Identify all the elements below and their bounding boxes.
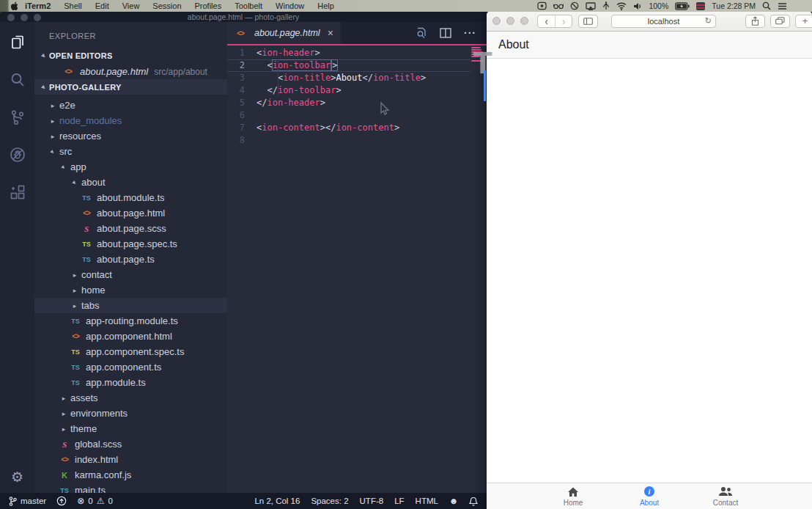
do-not-disturb-icon[interactable] xyxy=(570,1,579,10)
share-button[interactable] xyxy=(745,15,765,28)
notification-center-icon[interactable] xyxy=(778,2,787,10)
open-editors-section[interactable]: ▸ OPEN EDITORS xyxy=(34,48,227,64)
app-tab-home[interactable]: Home xyxy=(535,483,611,509)
tree-item-assets[interactable]: ▸assets xyxy=(34,390,227,406)
usb-dongle-icon[interactable] xyxy=(602,1,610,10)
language-mode[interactable]: HTML xyxy=(416,497,438,505)
glasses-icon[interactable] xyxy=(553,2,564,10)
address-bar[interactable]: localhost ↻ xyxy=(611,15,716,28)
input-source-flag-icon[interactable] xyxy=(696,2,705,10)
tree-item-index.html[interactable]: <>index.html xyxy=(34,452,227,467)
menu-window[interactable]: Window xyxy=(269,0,311,12)
code-line-6[interactable]: 6 xyxy=(227,109,487,122)
debug-icon[interactable] xyxy=(9,146,26,164)
tree-item-home[interactable]: ▸home xyxy=(34,282,227,298)
encoding[interactable]: UTF-8 xyxy=(360,497,384,505)
code-line-8[interactable]: 8 xyxy=(227,134,487,147)
screen-record-icon[interactable] xyxy=(537,1,547,10)
tree-item-about[interactable]: ▸about xyxy=(34,175,227,190)
menu-edit[interactable]: Edit xyxy=(89,0,116,12)
feedback-smiley-icon[interactable]: ☻ xyxy=(449,497,458,505)
cursor-position[interactable]: Ln 2, Col 16 xyxy=(254,497,300,505)
tree-item-src[interactable]: ▸src xyxy=(34,144,227,159)
menu-iterm2[interactable]: iTerm2 xyxy=(18,0,57,12)
zoom-window-button[interactable] xyxy=(520,17,528,25)
menu-help[interactable]: Help xyxy=(311,0,341,12)
tree-item-app.component.html[interactable]: <>app.component.html xyxy=(34,329,227,344)
tree-item-about.module.ts[interactable]: TSabout.module.ts xyxy=(34,190,227,205)
tree-item-contact[interactable]: ▸contact xyxy=(34,267,227,282)
tree-item-global.scss[interactable]: Sglobal.scss xyxy=(34,436,227,452)
menu-shell[interactable]: Shell xyxy=(57,0,88,12)
code-line-5[interactable]: 5</ion-header> xyxy=(227,97,487,109)
reload-icon[interactable]: ↻ xyxy=(705,16,712,26)
git-branch-indicator[interactable]: master xyxy=(9,497,46,506)
tree-item-resources[interactable]: ▸resources xyxy=(34,128,227,144)
ghost-letter-artifact: T xyxy=(473,45,492,81)
sidebar-toggle-button[interactable] xyxy=(578,15,598,28)
volume-icon[interactable] xyxy=(633,2,642,10)
code-line-2[interactable]: 2 <ion-toolbar> xyxy=(227,59,470,72)
vscode-title-bar[interactable]: about.page.html — photo-gallery xyxy=(0,11,487,22)
forward-button[interactable]: › xyxy=(555,15,572,27)
tree-item-app-routing.module.ts[interactable]: TSapp-routing.module.ts xyxy=(34,313,227,329)
tree-item-label: app.component.ts xyxy=(86,362,161,373)
spotlight-icon[interactable] xyxy=(762,1,771,10)
tree-item-about.page.ts[interactable]: TSabout.page.ts xyxy=(34,252,227,267)
search-in-file-icon[interactable] xyxy=(416,27,427,39)
code-line-7[interactable]: 7<ion-content></ion-content> xyxy=(227,122,487,134)
close-tab-icon[interactable]: × xyxy=(328,28,333,38)
tree-item-theme[interactable]: ▸theme xyxy=(34,421,227,436)
tree-item-app.module.ts[interactable]: TSapp.module.ts xyxy=(34,375,227,390)
tree-item-tabs[interactable]: ▸tabs xyxy=(34,298,227,313)
apple-icon[interactable] xyxy=(10,1,18,11)
tree-item-app.component.ts[interactable]: TSapp.component.ts xyxy=(34,359,227,375)
tree-item-app[interactable]: ▸app xyxy=(34,159,227,175)
tree-item-about.page.html[interactable]: <>about.page.html xyxy=(34,205,227,221)
extensions-icon[interactable] xyxy=(9,183,26,201)
tree-item-karma.conf.js[interactable]: Kkarma.conf.js xyxy=(34,467,227,483)
indentation[interactable]: Spaces: 2 xyxy=(311,497,348,505)
notifications-bell-icon[interactable] xyxy=(469,497,478,506)
code-line-1[interactable]: 1<ion-header> xyxy=(227,47,487,59)
close-window-button[interactable] xyxy=(492,17,501,25)
tree-item-environments[interactable]: ▸environments xyxy=(34,406,227,421)
tree-item-about.page.scss[interactable]: Sabout.page.scss xyxy=(34,221,227,236)
explorer-icon[interactable] xyxy=(9,34,26,51)
source-control-icon[interactable] xyxy=(9,109,26,126)
code-editor[interactable]: 1<ion-header>2 <ion-toolbar>3 <ion-title… xyxy=(227,45,487,493)
menu-session[interactable]: Session xyxy=(146,0,188,12)
menu-view[interactable]: View xyxy=(116,0,147,12)
problems-indicator[interactable]: ⊗ 0 ⚠ 0 xyxy=(77,496,113,506)
tab-overview-button[interactable] xyxy=(770,15,790,28)
tree-item-e2e[interactable]: ▸e2e xyxy=(34,98,227,113)
app-tab-about[interactable]: iAbout xyxy=(611,483,687,509)
close-window-button[interactable] xyxy=(7,14,15,21)
tree-item-node_modules[interactable]: ▸node_modules xyxy=(34,113,227,128)
menu-bar-clock[interactable]: Tue 2:28 PM xyxy=(712,1,756,10)
eol-sequence[interactable]: LF xyxy=(394,497,404,505)
search-icon[interactable] xyxy=(9,71,26,89)
publish-changes-icon[interactable] xyxy=(56,496,67,506)
display-mirroring-icon[interactable] xyxy=(586,2,596,10)
split-editor-icon[interactable] xyxy=(440,28,451,38)
menu-toolbelt[interactable]: Toolbelt xyxy=(228,0,269,12)
tab-about-page-html[interactable]: <> about.page.html × xyxy=(227,22,341,44)
more-actions-icon[interactable]: ··· xyxy=(464,27,476,39)
code-line-4[interactable]: 4 </ion-toolbar> xyxy=(227,84,487,97)
tree-item-main.ts[interactable]: TSmain.ts xyxy=(34,483,227,493)
tree-item-about.page.spec.ts[interactable]: TSabout.page.spec.ts xyxy=(34,236,227,252)
project-section[interactable]: ▸ PHOTO-GALLERY xyxy=(34,79,227,95)
open-editor-item[interactable]: <> about.page.html src/app/about xyxy=(34,64,227,79)
minimize-window-button[interactable] xyxy=(21,14,28,21)
minimize-window-button[interactable] xyxy=(506,17,514,25)
wifi-icon[interactable] xyxy=(616,2,627,10)
back-button[interactable]: ‹ xyxy=(538,15,555,27)
app-tab-contact[interactable]: Contact xyxy=(687,483,764,509)
tree-item-app.component.spec.ts[interactable]: TSapp.component.spec.ts xyxy=(34,344,227,359)
new-tab-button[interactable]: + xyxy=(795,15,812,28)
menu-profiles[interactable]: Profiles xyxy=(188,0,229,12)
zoom-window-button[interactable] xyxy=(34,14,41,21)
settings-gear-icon[interactable]: ⚙ xyxy=(11,470,23,484)
code-line-3[interactable]: 3 <ion-title>About</ion-title> xyxy=(227,72,487,84)
